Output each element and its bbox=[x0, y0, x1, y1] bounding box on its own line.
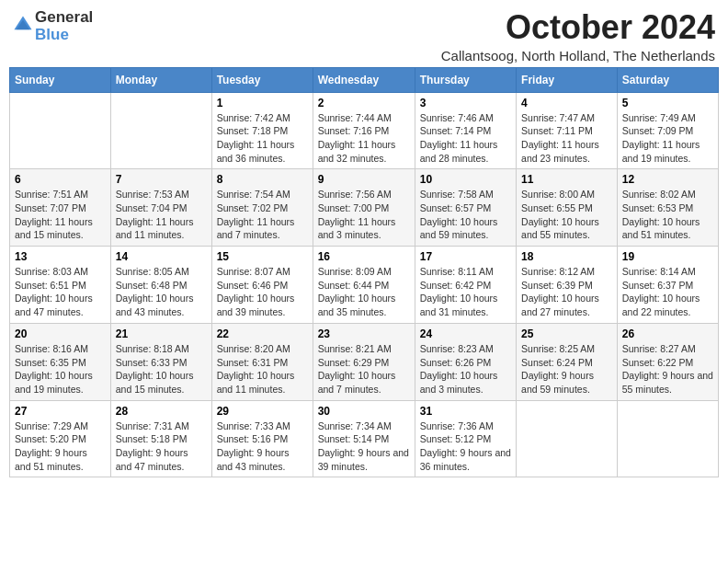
day-info: Sunrise: 8:07 AMSunset: 6:46 PMDaylight:… bbox=[217, 265, 308, 319]
day-number: 29 bbox=[217, 405, 308, 418]
calendar-cell: 25Sunrise: 8:25 AMSunset: 6:24 PMDayligh… bbox=[517, 323, 618, 400]
calendar-cell: 29Sunrise: 7:33 AMSunset: 5:16 PMDayligh… bbox=[211, 400, 313, 477]
day-number: 21 bbox=[116, 327, 207, 340]
calendar-cell: 19Sunrise: 8:14 AMSunset: 6:37 PMDayligh… bbox=[617, 247, 718, 324]
day-info: Sunrise: 7:47 AMSunset: 7:11 PMDaylight:… bbox=[521, 111, 612, 166]
calendar-cell: 11Sunrise: 8:00 AMSunset: 6:55 PMDayligh… bbox=[517, 169, 618, 247]
calendar-table: SundayMondayTuesdayWednesdayThursdayFrid… bbox=[9, 67, 719, 478]
day-number: 19 bbox=[622, 250, 713, 263]
calendar-cell: 15Sunrise: 8:07 AMSunset: 6:46 PMDayligh… bbox=[211, 247, 313, 324]
calendar-cell: 9Sunrise: 7:56 AMSunset: 7:00 PMDaylight… bbox=[313, 169, 415, 247]
weekday-header-monday: Monday bbox=[110, 67, 211, 92]
weekday-header-saturday: Saturday bbox=[617, 67, 718, 92]
day-info: Sunrise: 8:20 AMSunset: 6:31 PMDaylight:… bbox=[217, 342, 308, 396]
day-info: Sunrise: 7:29 AMSunset: 5:20 PMDaylight:… bbox=[15, 419, 106, 474]
logo-general: General bbox=[35, 9, 93, 27]
logo-blue: Blue bbox=[35, 27, 93, 44]
day-info: Sunrise: 7:36 AMSunset: 5:12 PMDaylight:… bbox=[420, 419, 511, 474]
day-info: Sunrise: 8:21 AMSunset: 6:29 PMDaylight:… bbox=[318, 342, 410, 396]
calendar-cell: 8Sunrise: 7:54 AMSunset: 7:02 PMDaylight… bbox=[211, 169, 313, 247]
day-info: Sunrise: 8:27 AMSunset: 6:22 PMDaylight:… bbox=[622, 342, 713, 396]
calendar-week-3: 13Sunrise: 8:03 AMSunset: 6:51 PMDayligh… bbox=[10, 247, 719, 324]
day-number: 24 bbox=[420, 327, 511, 340]
day-number: 18 bbox=[521, 250, 612, 263]
day-number: 27 bbox=[15, 405, 106, 418]
calendar-cell: 28Sunrise: 7:31 AMSunset: 5:18 PMDayligh… bbox=[110, 400, 211, 477]
day-number: 6 bbox=[15, 173, 106, 186]
day-number: 17 bbox=[420, 250, 511, 263]
day-number: 10 bbox=[420, 173, 511, 186]
calendar-week-5: 27Sunrise: 7:29 AMSunset: 5:20 PMDayligh… bbox=[10, 400, 719, 477]
logo: General Blue bbox=[13, 9, 93, 43]
day-info: Sunrise: 7:34 AMSunset: 5:14 PMDaylight:… bbox=[318, 419, 410, 474]
day-number: 30 bbox=[318, 405, 410, 418]
day-info: Sunrise: 7:49 AMSunset: 7:09 PMDaylight:… bbox=[622, 111, 713, 166]
day-number: 9 bbox=[318, 173, 410, 186]
calendar-week-4: 20Sunrise: 8:16 AMSunset: 6:35 PMDayligh… bbox=[10, 323, 719, 400]
calendar-cell: 14Sunrise: 8:05 AMSunset: 6:48 PMDayligh… bbox=[110, 247, 211, 324]
calendar-cell: 1Sunrise: 7:42 AMSunset: 7:18 PMDaylight… bbox=[211, 92, 313, 169]
day-number: 25 bbox=[521, 327, 612, 340]
month-title: October 2024 bbox=[441, 9, 715, 46]
calendar-cell: 31Sunrise: 7:36 AMSunset: 5:12 PMDayligh… bbox=[415, 400, 516, 477]
day-info: Sunrise: 7:56 AMSunset: 7:00 PMDaylight:… bbox=[318, 188, 410, 242]
day-info: Sunrise: 7:53 AMSunset: 7:04 PMDaylight:… bbox=[116, 188, 207, 242]
day-number: 15 bbox=[217, 250, 308, 263]
calendar-cell bbox=[517, 400, 618, 477]
day-number: 7 bbox=[116, 173, 207, 186]
day-info: Sunrise: 7:44 AMSunset: 7:16 PMDaylight:… bbox=[318, 111, 410, 166]
weekday-header-friday: Friday bbox=[517, 67, 618, 92]
day-info: Sunrise: 8:09 AMSunset: 6:44 PMDaylight:… bbox=[318, 265, 410, 319]
calendar-cell: 3Sunrise: 7:46 AMSunset: 7:14 PMDaylight… bbox=[415, 92, 516, 169]
calendar-cell: 4Sunrise: 7:47 AMSunset: 7:11 PMDaylight… bbox=[517, 92, 618, 169]
title-block: October 2024 Callantsoog, North Holland,… bbox=[441, 9, 715, 63]
day-number: 26 bbox=[622, 327, 713, 340]
calendar-cell: 21Sunrise: 8:18 AMSunset: 6:33 PMDayligh… bbox=[110, 323, 211, 400]
calendar-cell: 12Sunrise: 8:02 AMSunset: 6:53 PMDayligh… bbox=[617, 169, 718, 247]
day-number: 2 bbox=[318, 97, 410, 109]
day-number: 31 bbox=[420, 405, 511, 418]
calendar-cell: 24Sunrise: 8:23 AMSunset: 6:26 PMDayligh… bbox=[415, 323, 516, 400]
calendar-cell: 20Sunrise: 8:16 AMSunset: 6:35 PMDayligh… bbox=[10, 323, 111, 400]
calendar-cell: 10Sunrise: 7:58 AMSunset: 6:57 PMDayligh… bbox=[415, 169, 516, 247]
day-number: 16 bbox=[318, 250, 410, 263]
weekday-header-thursday: Thursday bbox=[415, 67, 516, 92]
calendar-week-2: 6Sunrise: 7:51 AMSunset: 7:07 PMDaylight… bbox=[10, 169, 719, 247]
day-info: Sunrise: 7:31 AMSunset: 5:18 PMDaylight:… bbox=[116, 419, 207, 474]
calendar-cell: 23Sunrise: 8:21 AMSunset: 6:29 PMDayligh… bbox=[313, 323, 415, 400]
day-info: Sunrise: 8:12 AMSunset: 6:39 PMDaylight:… bbox=[521, 265, 612, 319]
logo-icon bbox=[13, 15, 33, 35]
day-info: Sunrise: 8:05 AMSunset: 6:48 PMDaylight:… bbox=[116, 265, 207, 319]
day-info: Sunrise: 7:51 AMSunset: 7:07 PMDaylight:… bbox=[15, 188, 106, 242]
day-info: Sunrise: 8:02 AMSunset: 6:53 PMDaylight:… bbox=[622, 188, 713, 242]
weekday-header-sunday: Sunday bbox=[10, 67, 111, 92]
day-info: Sunrise: 8:16 AMSunset: 6:35 PMDaylight:… bbox=[15, 342, 106, 396]
weekday-header-tuesday: Tuesday bbox=[211, 67, 313, 92]
calendar-cell: 6Sunrise: 7:51 AMSunset: 7:07 PMDaylight… bbox=[10, 169, 111, 247]
calendar-cell: 2Sunrise: 7:44 AMSunset: 7:16 PMDaylight… bbox=[313, 92, 415, 169]
day-number: 23 bbox=[318, 327, 410, 340]
day-info: Sunrise: 8:23 AMSunset: 6:26 PMDaylight:… bbox=[420, 342, 511, 396]
calendar-week-1: 1Sunrise: 7:42 AMSunset: 7:18 PMDaylight… bbox=[10, 92, 719, 169]
day-number: 3 bbox=[420, 97, 511, 109]
calendar-cell: 18Sunrise: 8:12 AMSunset: 6:39 PMDayligh… bbox=[517, 247, 618, 324]
calendar-cell: 7Sunrise: 7:53 AMSunset: 7:04 PMDaylight… bbox=[110, 169, 211, 247]
calendar-cell: 27Sunrise: 7:29 AMSunset: 5:20 PMDayligh… bbox=[10, 400, 111, 477]
day-number: 20 bbox=[15, 327, 106, 340]
day-info: Sunrise: 8:25 AMSunset: 6:24 PMDaylight:… bbox=[521, 342, 612, 396]
day-info: Sunrise: 7:58 AMSunset: 6:57 PMDaylight:… bbox=[420, 188, 511, 242]
day-info: Sunrise: 7:33 AMSunset: 5:16 PMDaylight:… bbox=[217, 419, 308, 474]
calendar-cell: 26Sunrise: 8:27 AMSunset: 6:22 PMDayligh… bbox=[617, 323, 718, 400]
day-info: Sunrise: 8:03 AMSunset: 6:51 PMDaylight:… bbox=[15, 265, 106, 319]
calendar-cell bbox=[10, 92, 111, 169]
day-info: Sunrise: 7:54 AMSunset: 7:02 PMDaylight:… bbox=[217, 188, 308, 242]
calendar-cell: 16Sunrise: 8:09 AMSunset: 6:44 PMDayligh… bbox=[313, 247, 415, 324]
day-info: Sunrise: 8:11 AMSunset: 6:42 PMDaylight:… bbox=[420, 265, 511, 319]
day-number: 13 bbox=[15, 250, 106, 263]
calendar-cell bbox=[110, 92, 211, 169]
day-number: 4 bbox=[521, 97, 612, 109]
calendar-cell: 30Sunrise: 7:34 AMSunset: 5:14 PMDayligh… bbox=[313, 400, 415, 477]
day-info: Sunrise: 7:46 AMSunset: 7:14 PMDaylight:… bbox=[420, 111, 511, 166]
calendar-cell: 22Sunrise: 8:20 AMSunset: 6:31 PMDayligh… bbox=[211, 323, 313, 400]
day-number: 1 bbox=[217, 97, 308, 109]
